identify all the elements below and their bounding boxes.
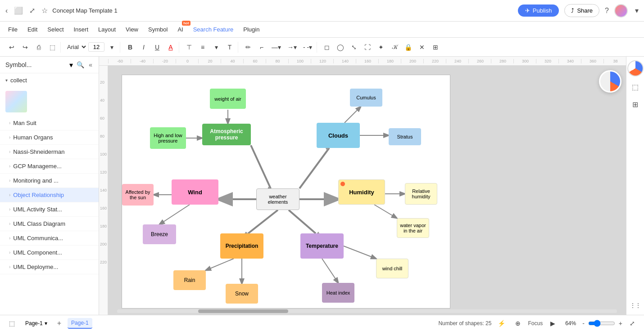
lock-tool[interactable]: 🔒 [402, 42, 415, 53]
sidebar-item-monitoring[interactable]: › Monitoring and ... [0, 174, 99, 188]
node-humidity[interactable]: Humidity [338, 179, 385, 205]
help-button[interactable]: ? [605, 7, 609, 15]
color-circle[interactable] [627, 60, 644, 76]
share-button[interactable]: ⤴ Share [564, 4, 599, 17]
scrollbar-thumb[interactable] [198, 309, 288, 313]
align-top-button[interactable]: ⊤ [183, 42, 195, 53]
magic-tool[interactable]: ✦ [375, 42, 387, 53]
font-size-input[interactable] [88, 42, 104, 52]
zoom-slider[interactable] [588, 320, 615, 327]
inactive-page-tab[interactable]: Page-1 ▾ [22, 318, 51, 328]
dropdown-button[interactable]: ▾ [633, 4, 640, 17]
publish-button[interactable]: ✈ Publish [518, 4, 559, 17]
crop-tool[interactable]: ⛶ [361, 42, 374, 53]
menu-symbol[interactable]: Symbol [144, 24, 172, 35]
avatar[interactable] [614, 4, 628, 18]
node-wind[interactable]: Wind [172, 179, 218, 205]
back-button[interactable]: ‹ [4, 5, 9, 17]
node-stratus[interactable]: Stratus [389, 128, 421, 145]
layers-button[interactable]: ⚡ [495, 318, 508, 329]
canvas-scroll-area[interactable]: weight of air Atmospheric pressure High … [108, 66, 626, 315]
font-family-select[interactable]: Arial [64, 42, 87, 52]
menu-edit[interactable]: Edit [23, 24, 42, 35]
window-icon[interactable]: ⬜ [12, 4, 25, 17]
node-temperature[interactable]: Temperature [300, 233, 344, 259]
delete-tool[interactable]: ✕ [416, 42, 428, 53]
node-relative-humidity[interactable]: Relative humidity [405, 183, 437, 205]
play-button[interactable]: ▶ [546, 318, 559, 329]
menu-ai[interactable]: AI [173, 24, 187, 35]
menu-layout[interactable]: Layout [94, 24, 120, 35]
node-rain[interactable]: Rain [173, 270, 206, 290]
node-cumulus[interactable]: Cumulus [350, 89, 382, 107]
line-pattern-btn[interactable]: - -▾ [300, 42, 315, 53]
undo-button[interactable]: ↩ [5, 42, 18, 53]
align-dropdown[interactable]: ▾ [210, 42, 222, 53]
node-high-low-pressure[interactable]: High and low pressure [150, 127, 186, 149]
node-heat-index[interactable]: Heat index [322, 283, 354, 303]
sidebar-item-uml-component[interactable]: › UML Component... [0, 246, 99, 260]
font-size-dropdown[interactable]: ▾ [105, 42, 118, 53]
table-tool[interactable]: ⊞ [429, 42, 442, 53]
connector-tool[interactable]: ⌐ [255, 42, 268, 53]
ellipse-tool[interactable]: ◯ [334, 42, 347, 53]
node-affected-sun[interactable]: Affected by the sun [122, 184, 154, 206]
underline-button[interactable]: U [151, 42, 163, 53]
sidebar-item-human-organs[interactable]: › Human Organs [0, 130, 99, 145]
right-panel-btn3[interactable]: ⋮⋮ [627, 300, 644, 311]
node-weight-air[interactable]: weight of air [210, 89, 246, 109]
italic-button[interactable]: I [137, 42, 150, 53]
font-color-button[interactable]: A [164, 42, 177, 53]
collapse-panel-button[interactable]: « [88, 60, 93, 69]
add-page-button[interactable]: + [54, 318, 64, 328]
sidebar-item-gcp[interactable]: › GCP Manageme... [0, 159, 99, 174]
search-panel-button[interactable]: 🔍 [76, 60, 85, 69]
node-wind-chill[interactable]: wind chill [376, 259, 408, 278]
canvas[interactable]: weight of air Atmospheric pressure High … [122, 75, 450, 309]
menu-insert[interactable]: Insert [69, 24, 93, 35]
node-clouds[interactable]: Clouds [317, 123, 360, 148]
align-center-button[interactable]: ≡ [196, 42, 209, 53]
zoom-out-button[interactable]: - [581, 319, 586, 328]
sidebar-item-uml-activity[interactable]: › UML Activity Stat... [0, 202, 99, 217]
print-button[interactable]: ⎙ [32, 42, 45, 53]
line-style-btn[interactable]: —▾ [269, 42, 284, 53]
menu-search-feature[interactable]: Search Feature [189, 24, 238, 35]
preview-button[interactable]: ⬚ [46, 42, 59, 53]
node-precipitation[interactable]: Precipitation [220, 233, 263, 259]
node-water-vapor[interactable]: water vapor in the air [397, 218, 429, 238]
right-panel-btn2[interactable]: ⊞ [630, 98, 641, 112]
sidebar-item-uml-class[interactable]: › UML Class Diagram [0, 217, 99, 231]
draw-tool[interactable]: ✏ [242, 42, 254, 53]
sidebar-item-uml-communica[interactable]: › UML Communica... [0, 231, 99, 246]
export-icon[interactable]: ⤢ [27, 4, 37, 17]
collect-section[interactable]: ▾ collect [0, 73, 99, 87]
redo-button[interactable]: ↪ [19, 42, 32, 53]
node-snow[interactable]: Snow [226, 284, 258, 304]
text-style-button[interactable]: T [223, 42, 236, 53]
resize-tool[interactable]: ⤡ [348, 42, 360, 53]
menu-select[interactable]: Select [43, 24, 68, 35]
sidebar-item-man-suit[interactable]: › Man Suit [0, 116, 99, 130]
bold-button[interactable]: B [124, 42, 136, 53]
menu-plugin[interactable]: Plugin [239, 24, 264, 35]
page-view-button[interactable]: ⬚ [5, 318, 18, 329]
canvas-logo-button[interactable] [599, 70, 621, 93]
fit-page-button[interactable]: ⤢ [626, 318, 639, 329]
menu-file[interactable]: File [4, 24, 22, 35]
right-panel-btn1[interactable]: ⬚ [629, 80, 641, 94]
zoom-in-button[interactable]: + [617, 319, 624, 328]
node-breeze[interactable]: Breeze [143, 224, 176, 244]
focus-toggle[interactable]: ⊕ [512, 318, 524, 329]
menu-view[interactable]: View [121, 24, 143, 35]
sidebar-item-object-relationship[interactable]: › Object Relationship [0, 188, 99, 202]
sidebar-item-uml-deploy[interactable]: › UML Deployme... [0, 260, 99, 274]
thumbnail-image[interactable] [5, 91, 27, 112]
active-page-tab[interactable]: Page-1 [68, 318, 92, 329]
shape-tool[interactable]: ◻ [321, 42, 333, 53]
star-icon[interactable]: ☆ [40, 4, 50, 17]
eyedrop-tool[interactable]: 𝒦 [388, 41, 401, 53]
node-atmospheric-pressure[interactable]: Atmospheric pressure [202, 124, 251, 145]
sidebar-item-nassi[interactable]: › Nassi-Shneiderman [0, 145, 99, 159]
arrow-style-btn[interactable]: →▾ [285, 42, 299, 53]
